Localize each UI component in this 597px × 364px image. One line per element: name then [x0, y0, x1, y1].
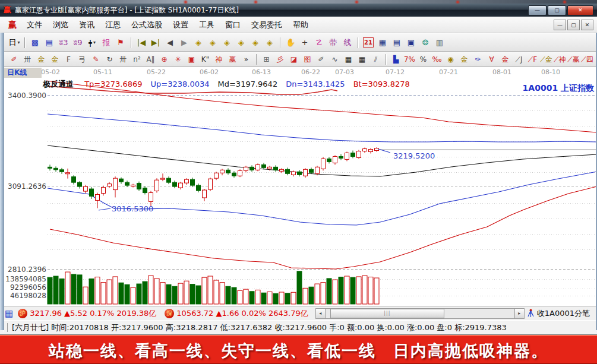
- period-label[interactable]: 日K线: [4, 68, 42, 78]
- volume-bar[interactable]: [327, 278, 331, 304]
- volume-bar[interactable]: [113, 277, 118, 304]
- candle-body[interactable]: [72, 177, 76, 182]
- quote-board-icon[interactable]: 报: [100, 37, 113, 49]
- volume-bar[interactable]: [232, 287, 236, 304]
- pct-line-icon[interactable]: ‰: [431, 55, 443, 65]
- volume-bar[interactable]: [184, 281, 189, 304]
- candle-body[interactable]: [292, 172, 296, 175]
- gold-red-icon[interactable]: 金: [499, 55, 511, 65]
- volume-bar[interactable]: [309, 287, 314, 304]
- si-angle-icon[interactable]: ⟋四: [581, 55, 593, 65]
- menu-item-0[interactable]: 文件: [21, 19, 48, 30]
- volume-bar[interactable]: [65, 272, 70, 304]
- candle-body[interactable]: [375, 148, 379, 151]
- candle-body[interactable]: [220, 170, 225, 173]
- zoom-out-diamond-icon[interactable]: ◈: [192, 37, 205, 49]
- candle-body[interactable]: [179, 183, 183, 188]
- save-icon[interactable]: ▣: [405, 37, 418, 49]
- candle-body[interactable]: [185, 179, 189, 183]
- kline-chart-svg[interactable]: 05-0205-1105-2206-0206-1306-2207-0307-12…: [0, 67, 597, 306]
- gold-under-icon[interactable]: 金: [458, 55, 470, 65]
- volume-bar[interactable]: [333, 280, 337, 304]
- zigzag-icon[interactable]: ∿: [328, 55, 341, 65]
- candle-body[interactable]: [333, 156, 337, 163]
- ladder-2-icon[interactable]: 卅: [117, 55, 129, 65]
- star-web-icon[interactable]: ✳: [172, 55, 184, 65]
- palette-icon[interactable]: ❂: [419, 37, 432, 49]
- menu-item-5[interactable]: 设置: [168, 19, 194, 30]
- close-button[interactable]: ✕: [567, 5, 593, 15]
- volume-bar[interactable]: [261, 293, 266, 304]
- volume-bar[interactable]: [166, 284, 171, 304]
- volume-bar[interactable]: [238, 290, 242, 304]
- volume-bar[interactable]: [214, 280, 219, 304]
- ladder-icon[interactable]: 卅: [21, 55, 34, 65]
- prev-bar-icon[interactable]: ◀: [163, 37, 176, 49]
- candle-body[interactable]: [345, 153, 349, 160]
- volume-bar[interactable]: [374, 278, 379, 304]
- menu-item-1[interactable]: 浏览: [48, 19, 74, 30]
- last-page-icon[interactable]: ▶|: [149, 37, 162, 49]
- volume-bar[interactable]: [172, 286, 177, 304]
- volume-bar[interactable]: [226, 286, 230, 304]
- candle-body[interactable]: [256, 164, 260, 170]
- candle-body[interactable]: [125, 182, 129, 185]
- menu-item-6[interactable]: 工具: [194, 19, 220, 30]
- scrollbar-thumb[interactable]: |||: [330, 309, 444, 318]
- candle-body[interactable]: [108, 184, 112, 186]
- candle-body[interactable]: [197, 185, 201, 191]
- rank-flag-icon[interactable]: ⚑: [114, 37, 127, 49]
- volume-bar[interactable]: [137, 284, 141, 304]
- compress-icon[interactable]: ◈: [249, 37, 262, 49]
- pattern-window-icon[interactable]: ▩: [29, 37, 42, 49]
- volume-bar[interactable]: [59, 279, 64, 304]
- candle-body[interactable]: [137, 183, 141, 189]
- volume-bar[interactable]: [125, 284, 129, 304]
- candle-body[interactable]: [155, 180, 159, 191]
- candle-body[interactable]: [102, 188, 106, 194]
- ying-tool-icon[interactable]: 赢: [226, 55, 239, 65]
- f-angle-icon[interactable]: ⟋F: [526, 55, 539, 65]
- maximize-button[interactable]: ▢: [548, 5, 566, 15]
- volume-bar[interactable]: [154, 278, 159, 304]
- volume-bar[interactable]: [202, 277, 207, 304]
- shen-tool-icon[interactable]: 神: [213, 55, 225, 65]
- candle-body[interactable]: [357, 151, 361, 158]
- menu-item-2[interactable]: 资讯: [74, 19, 100, 30]
- target-circle-icon[interactable]: ⊕: [158, 55, 170, 65]
- volume-bar[interactable]: [267, 292, 272, 304]
- volume-bar[interactable]: [178, 283, 183, 304]
- volume-bar[interactable]: [368, 277, 373, 304]
- volume-bar[interactable]: [285, 293, 290, 304]
- volume-bar[interactable]: [350, 277, 355, 304]
- candle-body[interactable]: [66, 173, 70, 174]
- candle-body[interactable]: [321, 159, 326, 169]
- volume-bar[interactable]: [77, 275, 82, 304]
- square-web-icon[interactable]: ▣: [185, 55, 198, 65]
- volume-bar[interactable]: [48, 277, 52, 304]
- gold-tool-1-icon[interactable]: 金: [35, 55, 48, 65]
- band-tool-icon[interactable]: 带: [327, 37, 340, 49]
- fan-rays-icon[interactable]: 彡: [274, 55, 286, 65]
- volume-bar[interactable]: [339, 277, 343, 304]
- candle-body[interactable]: [274, 167, 278, 170]
- k-quote-icon[interactable]: K": [199, 55, 211, 65]
- volume-bar[interactable]: [83, 287, 88, 304]
- next-bar-icon[interactable]: ▶: [178, 37, 191, 49]
- ying-angle-icon[interactable]: ⟋赢: [567, 55, 580, 65]
- blue-pen-icon[interactable]: ✑: [472, 55, 484, 65]
- draw-pen-icon[interactable]: ✐: [8, 55, 20, 65]
- mdi-close-button[interactable]: ✕: [581, 20, 593, 30]
- volume-bar[interactable]: [53, 276, 58, 304]
- info-panel-icon[interactable]: ▤: [43, 37, 56, 49]
- volume-bar[interactable]: [196, 286, 201, 304]
- tick-feed-status[interactable]: 收1A0001分笔: [527, 308, 595, 319]
- candle-body[interactable]: [280, 169, 284, 171]
- volume-bar[interactable]: [143, 281, 147, 304]
- menu-item-7[interactable]: 窗口: [220, 19, 246, 30]
- a-wave-icon[interactable]: ∀: [485, 55, 498, 65]
- volume-bar[interactable]: [220, 283, 225, 304]
- candle-body[interactable]: [250, 167, 254, 170]
- candle-body[interactable]: [191, 179, 195, 185]
- pen-line-icon[interactable]: ✐: [315, 55, 327, 65]
